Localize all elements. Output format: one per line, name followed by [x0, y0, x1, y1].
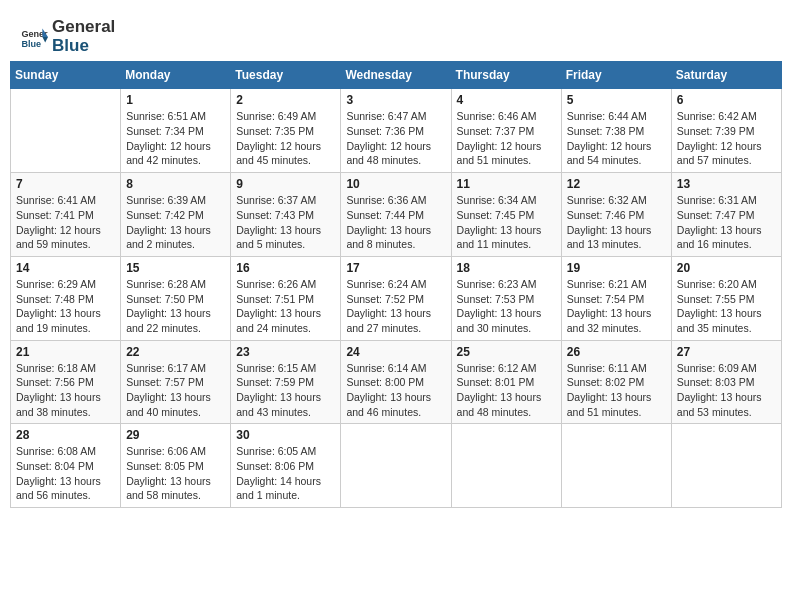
calendar-cell: 21Sunrise: 6:18 AMSunset: 7:56 PMDayligh…: [11, 340, 121, 424]
logo-icon: General Blue: [20, 23, 48, 51]
day-detail: Sunrise: 6:31 AMSunset: 7:47 PMDaylight:…: [677, 193, 776, 252]
day-number: 18: [457, 261, 556, 275]
day-detail: Sunrise: 6:20 AMSunset: 7:55 PMDaylight:…: [677, 277, 776, 336]
calendar-cell: 28Sunrise: 6:08 AMSunset: 8:04 PMDayligh…: [11, 424, 121, 508]
day-number: 20: [677, 261, 776, 275]
day-detail: Sunrise: 6:28 AMSunset: 7:50 PMDaylight:…: [126, 277, 225, 336]
calendar-cell: [671, 424, 781, 508]
calendar-cell: 13Sunrise: 6:31 AMSunset: 7:47 PMDayligh…: [671, 173, 781, 257]
calendar-cell: 23Sunrise: 6:15 AMSunset: 7:59 PMDayligh…: [231, 340, 341, 424]
day-detail: Sunrise: 6:34 AMSunset: 7:45 PMDaylight:…: [457, 193, 556, 252]
calendar-cell: 29Sunrise: 6:06 AMSunset: 8:05 PMDayligh…: [121, 424, 231, 508]
day-number: 13: [677, 177, 776, 191]
calendar-cell: 8Sunrise: 6:39 AMSunset: 7:42 PMDaylight…: [121, 173, 231, 257]
day-number: 7: [16, 177, 115, 191]
calendar-cell: 26Sunrise: 6:11 AMSunset: 8:02 PMDayligh…: [561, 340, 671, 424]
day-number: 2: [236, 93, 335, 107]
calendar-header-row: SundayMondayTuesdayWednesdayThursdayFrid…: [11, 62, 782, 89]
calendar-cell: 10Sunrise: 6:36 AMSunset: 7:44 PMDayligh…: [341, 173, 451, 257]
calendar-cell: 4Sunrise: 6:46 AMSunset: 7:37 PMDaylight…: [451, 89, 561, 173]
day-detail: Sunrise: 6:23 AMSunset: 7:53 PMDaylight:…: [457, 277, 556, 336]
calendar-cell: 19Sunrise: 6:21 AMSunset: 7:54 PMDayligh…: [561, 256, 671, 340]
day-detail: Sunrise: 6:26 AMSunset: 7:51 PMDaylight:…: [236, 277, 335, 336]
day-detail: Sunrise: 6:44 AMSunset: 7:38 PMDaylight:…: [567, 109, 666, 168]
calendar-cell: 24Sunrise: 6:14 AMSunset: 8:00 PMDayligh…: [341, 340, 451, 424]
day-number: 5: [567, 93, 666, 107]
day-number: 19: [567, 261, 666, 275]
day-number: 12: [567, 177, 666, 191]
day-detail: Sunrise: 6:15 AMSunset: 7:59 PMDaylight:…: [236, 361, 335, 420]
calendar-cell: [451, 424, 561, 508]
day-detail: Sunrise: 6:12 AMSunset: 8:01 PMDaylight:…: [457, 361, 556, 420]
day-number: 24: [346, 345, 445, 359]
calendar-cell: 11Sunrise: 6:34 AMSunset: 7:45 PMDayligh…: [451, 173, 561, 257]
calendar-cell: 5Sunrise: 6:44 AMSunset: 7:38 PMDaylight…: [561, 89, 671, 173]
weekday-header: Thursday: [451, 62, 561, 89]
day-detail: Sunrise: 6:17 AMSunset: 7:57 PMDaylight:…: [126, 361, 225, 420]
day-detail: Sunrise: 6:42 AMSunset: 7:39 PMDaylight:…: [677, 109, 776, 168]
day-number: 11: [457, 177, 556, 191]
calendar-cell: 17Sunrise: 6:24 AMSunset: 7:52 PMDayligh…: [341, 256, 451, 340]
calendar-cell: [11, 89, 121, 173]
calendar-cell: 22Sunrise: 6:17 AMSunset: 7:57 PMDayligh…: [121, 340, 231, 424]
day-number: 26: [567, 345, 666, 359]
calendar-cell: 14Sunrise: 6:29 AMSunset: 7:48 PMDayligh…: [11, 256, 121, 340]
calendar-week-row: 1Sunrise: 6:51 AMSunset: 7:34 PMDaylight…: [11, 89, 782, 173]
day-number: 9: [236, 177, 335, 191]
weekday-header: Tuesday: [231, 62, 341, 89]
calendar-cell: 1Sunrise: 6:51 AMSunset: 7:34 PMDaylight…: [121, 89, 231, 173]
calendar-cell: 12Sunrise: 6:32 AMSunset: 7:46 PMDayligh…: [561, 173, 671, 257]
page-header: General Blue General Blue: [10, 10, 782, 61]
calendar-week-row: 28Sunrise: 6:08 AMSunset: 8:04 PMDayligh…: [11, 424, 782, 508]
calendar-cell: 16Sunrise: 6:26 AMSunset: 7:51 PMDayligh…: [231, 256, 341, 340]
calendar-cell: 3Sunrise: 6:47 AMSunset: 7:36 PMDaylight…: [341, 89, 451, 173]
weekday-header: Sunday: [11, 62, 121, 89]
day-detail: Sunrise: 6:05 AMSunset: 8:06 PMDaylight:…: [236, 444, 335, 503]
calendar-week-row: 14Sunrise: 6:29 AMSunset: 7:48 PMDayligh…: [11, 256, 782, 340]
calendar-cell: 18Sunrise: 6:23 AMSunset: 7:53 PMDayligh…: [451, 256, 561, 340]
day-detail: Sunrise: 6:49 AMSunset: 7:35 PMDaylight:…: [236, 109, 335, 168]
day-number: 16: [236, 261, 335, 275]
calendar-cell: 25Sunrise: 6:12 AMSunset: 8:01 PMDayligh…: [451, 340, 561, 424]
day-detail: Sunrise: 6:39 AMSunset: 7:42 PMDaylight:…: [126, 193, 225, 252]
day-detail: Sunrise: 6:51 AMSunset: 7:34 PMDaylight:…: [126, 109, 225, 168]
day-detail: Sunrise: 6:36 AMSunset: 7:44 PMDaylight:…: [346, 193, 445, 252]
day-number: 6: [677, 93, 776, 107]
day-detail: Sunrise: 6:24 AMSunset: 7:52 PMDaylight:…: [346, 277, 445, 336]
day-number: 17: [346, 261, 445, 275]
logo-general-text: General: [52, 18, 115, 37]
calendar-week-row: 7Sunrise: 6:41 AMSunset: 7:41 PMDaylight…: [11, 173, 782, 257]
day-detail: Sunrise: 6:29 AMSunset: 7:48 PMDaylight:…: [16, 277, 115, 336]
day-number: 23: [236, 345, 335, 359]
calendar-cell: 20Sunrise: 6:20 AMSunset: 7:55 PMDayligh…: [671, 256, 781, 340]
weekday-header: Friday: [561, 62, 671, 89]
svg-text:Blue: Blue: [21, 38, 41, 48]
logo-blue-text: Blue: [52, 37, 115, 56]
calendar-cell: 30Sunrise: 6:05 AMSunset: 8:06 PMDayligh…: [231, 424, 341, 508]
day-number: 1: [126, 93, 225, 107]
day-number: 10: [346, 177, 445, 191]
weekday-header: Monday: [121, 62, 231, 89]
day-number: 14: [16, 261, 115, 275]
day-detail: Sunrise: 6:37 AMSunset: 7:43 PMDaylight:…: [236, 193, 335, 252]
calendar-cell: 6Sunrise: 6:42 AMSunset: 7:39 PMDaylight…: [671, 89, 781, 173]
day-number: 25: [457, 345, 556, 359]
day-number: 15: [126, 261, 225, 275]
day-number: 8: [126, 177, 225, 191]
day-number: 30: [236, 428, 335, 442]
calendar-cell: [561, 424, 671, 508]
day-detail: Sunrise: 6:14 AMSunset: 8:00 PMDaylight:…: [346, 361, 445, 420]
day-number: 3: [346, 93, 445, 107]
calendar-cell: 27Sunrise: 6:09 AMSunset: 8:03 PMDayligh…: [671, 340, 781, 424]
calendar-cell: 7Sunrise: 6:41 AMSunset: 7:41 PMDaylight…: [11, 173, 121, 257]
weekday-header: Wednesday: [341, 62, 451, 89]
weekday-header: Saturday: [671, 62, 781, 89]
day-detail: Sunrise: 6:32 AMSunset: 7:46 PMDaylight:…: [567, 193, 666, 252]
day-number: 27: [677, 345, 776, 359]
day-detail: Sunrise: 6:08 AMSunset: 8:04 PMDaylight:…: [16, 444, 115, 503]
day-detail: Sunrise: 6:21 AMSunset: 7:54 PMDaylight:…: [567, 277, 666, 336]
svg-marker-3: [42, 37, 48, 43]
day-number: 29: [126, 428, 225, 442]
day-detail: Sunrise: 6:41 AMSunset: 7:41 PMDaylight:…: [16, 193, 115, 252]
calendar-cell: 2Sunrise: 6:49 AMSunset: 7:35 PMDaylight…: [231, 89, 341, 173]
